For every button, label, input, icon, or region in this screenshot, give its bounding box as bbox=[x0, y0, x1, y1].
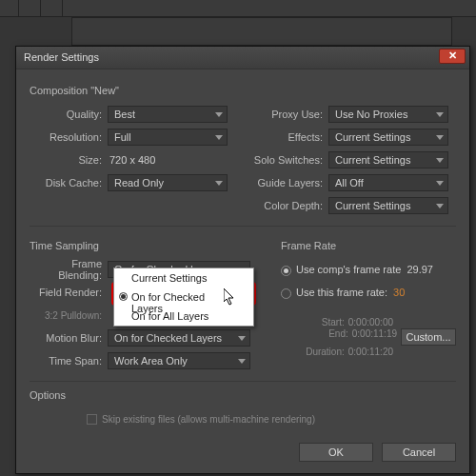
resolution-dropdown[interactable]: Full bbox=[108, 129, 228, 146]
proxy-dropdown[interactable]: Use No Proxies bbox=[328, 106, 448, 123]
close-button[interactable]: ✕ bbox=[439, 49, 466, 64]
toolbar-icon[interactable] bbox=[22, 0, 41, 17]
guide-label: Guide Layers: bbox=[252, 177, 328, 188]
quality-dropdown[interactable]: Best bbox=[108, 106, 228, 123]
skip-label: Skip existing files (allows multi-machin… bbox=[102, 414, 315, 425]
duration-label: Duration: bbox=[306, 347, 345, 357]
end-label: End: bbox=[328, 328, 348, 346]
proxy-label: Proxy Use: bbox=[252, 109, 328, 120]
menu-item-current[interactable]: Current Settings bbox=[114, 268, 253, 288]
render-settings-dialog: Render Settings ✕ Composition "New" Qual… bbox=[15, 46, 470, 474]
size-value: 720 x 480 bbox=[108, 154, 155, 166]
timesampling-header: Time Sampling bbox=[30, 240, 273, 251]
skip-checkbox bbox=[87, 414, 97, 425]
titlebar: Render Settings ✕ bbox=[16, 47, 469, 69]
resolution-label: Resolution: bbox=[30, 131, 108, 143]
solo-label: Solo Switches: bbox=[252, 154, 328, 166]
diskcache-dropdown[interactable]: Read Only bbox=[108, 174, 228, 191]
composition-header: Composition "New" bbox=[30, 85, 456, 96]
motionblur-dropdown[interactable]: On for Checked Layers bbox=[108, 329, 250, 347]
toolbar-icon[interactable] bbox=[0, 0, 19, 17]
custom-button[interactable]: Custom... bbox=[401, 328, 456, 346]
cancel-button[interactable]: Cancel bbox=[382, 443, 456, 462]
fieldrender-label: Field Render: bbox=[30, 287, 108, 298]
pulldown-label: 3:2 Pulldown: bbox=[30, 310, 108, 321]
solo-dropdown[interactable]: Current Settings bbox=[328, 151, 448, 169]
usethis-value[interactable]: 30 bbox=[393, 287, 405, 298]
usecomp-value: 29.97 bbox=[407, 264, 433, 275]
usecomp-radio[interactable] bbox=[281, 266, 291, 276]
bg-panel bbox=[71, 17, 452, 46]
guide-dropdown[interactable]: All Off bbox=[328, 174, 448, 191]
diskcache-label: Disk Cache: bbox=[30, 177, 108, 188]
timespan-dropdown[interactable]: Work Area Only bbox=[108, 352, 250, 369]
effects-dropdown[interactable]: Current Settings bbox=[328, 129, 448, 146]
start-label: Start: bbox=[322, 317, 345, 327]
options-header: Options bbox=[30, 389, 456, 401]
framerate-header: Frame Rate bbox=[281, 240, 456, 251]
cursor-icon bbox=[224, 288, 237, 306]
usethis-label: Use this frame rate: bbox=[296, 287, 387, 298]
frameblend-label: Frame Blending: bbox=[30, 258, 108, 281]
toolbar-icon[interactable] bbox=[44, 0, 63, 17]
ok-button[interactable]: OK bbox=[299, 443, 373, 462]
start-value: 0:00:00:00 bbox=[348, 317, 393, 327]
quality-label: Quality: bbox=[30, 109, 108, 120]
timespan-label: Time Span: bbox=[30, 355, 108, 367]
usecomp-label: Use comp's frame rate bbox=[296, 264, 401, 275]
end-value: 0:00:11:19 bbox=[352, 328, 397, 346]
usethis-radio[interactable] bbox=[281, 288, 291, 299]
effects-label: Effects: bbox=[252, 131, 328, 143]
duration-value: 0:00:11:20 bbox=[348, 347, 393, 357]
colordepth-label: Color Depth: bbox=[252, 200, 328, 211]
colordepth-dropdown[interactable]: Current Settings bbox=[328, 197, 448, 214]
motionblur-label: Motion Blur: bbox=[30, 332, 108, 344]
size-label: Size: bbox=[30, 154, 108, 166]
dialog-title: Render Settings bbox=[24, 51, 99, 63]
